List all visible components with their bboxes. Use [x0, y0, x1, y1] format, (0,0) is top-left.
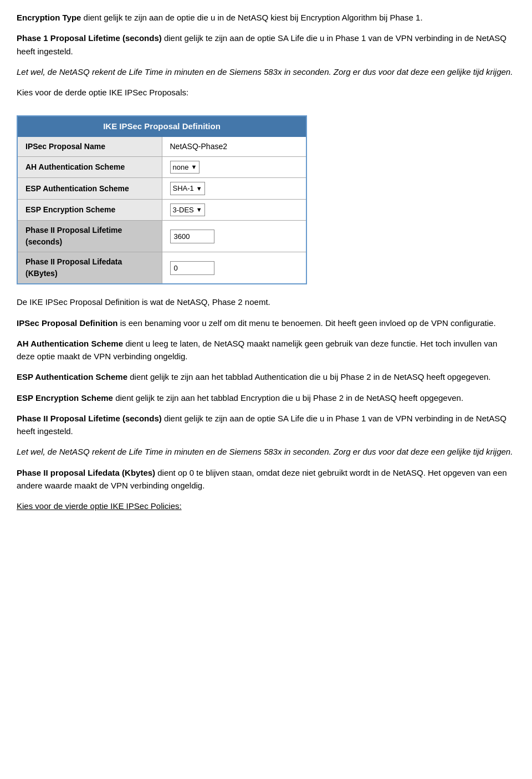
note-italic-2-text: Let wel, de NetASQ rekent de Life Time i…	[17, 447, 513, 456]
phase2-lifetime-label-text: Phase II Proposal Lifetime (seconds)	[17, 414, 162, 423]
proposal-definition-title: IKE IPSec Proposal Definition	[18, 116, 306, 137]
encryption-type-text: dient gelijk te zijn aan de optie die u …	[84, 13, 423, 22]
phase2-lifedata-value[interactable]: 0	[162, 252, 306, 284]
main-content: Encryption Type dient gelijk te zijn aan…	[17, 11, 515, 512]
ipsec-proposal-def-paragraph: IPSec Proposal Definition is een benamin…	[17, 317, 515, 329]
ah-auth-paragraph: AH Authentication Scheme dient u leeg te…	[17, 337, 515, 363]
phase2-lifetime-paragraph: Phase II Proposal Lifetime (seconds) die…	[17, 412, 515, 438]
table-row: ESP Encryption Scheme 3-DES ▼	[18, 199, 306, 221]
kies-derde-text: Kies voor de derde optie IKE IPSec Propo…	[17, 88, 188, 97]
ah-auth-label: AH Authentication Scheme	[17, 339, 123, 348]
esp-enc-label: ESP Encryption Scheme	[17, 393, 113, 403]
esp-auth-select-value: SHA-1	[173, 183, 194, 194]
ah-auth-select-value: none	[173, 162, 189, 173]
esp-enc-select[interactable]: 3-DES ▼	[170, 203, 205, 217]
dropdown-arrow-icon: ▼	[191, 162, 197, 172]
ipsec-proposal-name-value: NetASQ-Phase2	[162, 137, 306, 157]
esp-enc-scheme-label: ESP Encryption Scheme	[18, 199, 162, 221]
esp-auth-scheme-value[interactable]: SHA-1 ▼	[162, 178, 306, 200]
esp-auth-label: ESP Authentication Scheme	[17, 372, 127, 381]
table-row: ESP Authentication Scheme SHA-1 ▼	[18, 178, 306, 200]
proposal-definition-box: IKE IPSec Proposal Definition IPSec Prop…	[17, 115, 307, 284]
kies-derde-paragraph: Kies voor de derde optie IKE IPSec Propo…	[17, 86, 515, 99]
phase2-lifetime-label: Phase II Proposal Lifetime (seconds)	[18, 221, 162, 252]
esp-auth-text: dient gelijk te zijn aan het tabblad Aut…	[130, 372, 490, 381]
dropdown-arrow-icon: ▼	[196, 205, 202, 215]
ah-auth-scheme-label: AH Authentication Scheme	[18, 156, 162, 178]
esp-auth-paragraph: ESP Authentication Scheme dient gelijk t…	[17, 370, 515, 383]
table-row: IPSec Proposal Name NetASQ-Phase2	[18, 137, 306, 157]
encryption-type-paragraph: Encryption Type dient gelijk te zijn aan…	[17, 11, 515, 24]
note-italic-2-paragraph: Let wel, de NetASQ rekent de Life Time i…	[17, 445, 515, 458]
phase1-lifetime-label: Phase 1 Proposal Lifetime (seconds)	[17, 33, 162, 43]
esp-auth-select[interactable]: SHA-1 ▼	[170, 182, 205, 195]
phase1-lifetime-paragraph: Phase 1 Proposal Lifetime (seconds) dien…	[17, 32, 515, 58]
phase2-lifedata-input[interactable]: 0	[170, 261, 214, 276]
phase2-lifedata-paragraph: Phase II proposal Lifedata (Kbytes) dien…	[17, 466, 515, 492]
esp-auth-scheme-label: ESP Authentication Scheme	[18, 178, 162, 200]
encryption-type-label: Encryption Type	[17, 13, 81, 22]
esp-enc-select-value: 3-DES	[173, 205, 194, 216]
ipsec-proposal-name-label: IPSec Proposal Name	[18, 137, 162, 157]
phase2-lifedata-label: Phase II Proposal Lifedata (KBytes)	[18, 252, 162, 284]
de-ike-text: De IKE IPSec Proposal Definition is wat …	[17, 297, 270, 307]
dropdown-arrow-icon: ▼	[196, 184, 202, 194]
note-italic-paragraph: Let wel, de NetASQ rekent de Life Time i…	[17, 65, 515, 78]
phase2-lifetime-input[interactable]: 3600	[170, 230, 214, 244]
esp-enc-text: dient gelijk te zijn aan het tabblad Enc…	[115, 393, 463, 403]
proposal-definition-table: IPSec Proposal Name NetASQ-Phase2 AH Aut…	[18, 137, 306, 284]
ipsec-proposal-def-label: IPSec Proposal Definition	[17, 318, 118, 328]
table-row: Phase II Proposal Lifetime (seconds) 360…	[18, 221, 306, 252]
ipsec-proposal-def-text: is een benaming voor u zelf om dit menu …	[120, 318, 496, 328]
de-ike-paragraph: De IKE IPSec Proposal Definition is wat …	[17, 296, 515, 308]
esp-enc-scheme-value[interactable]: 3-DES ▼	[162, 199, 306, 221]
esp-enc-paragraph: ESP Encryption Scheme dient gelijk te zi…	[17, 391, 515, 404]
ah-auth-select[interactable]: none ▼	[170, 161, 200, 174]
table-row: Phase II Proposal Lifedata (KBytes) 0	[18, 252, 306, 284]
kies-vierde-paragraph: Kies voor de vierde optie IKE IPSec Poli…	[17, 500, 515, 512]
note-italic-text: Let wel, de NetASQ rekent de Life Time i…	[17, 67, 513, 77]
phase2-lifedata-label-text: Phase II proposal Lifedata (Kbytes)	[17, 468, 155, 477]
ah-auth-scheme-value[interactable]: none ▼	[162, 156, 306, 178]
kies-vierde-text: Kies voor de vierde optie IKE IPSec Poli…	[17, 501, 182, 511]
phase2-lifetime-value[interactable]: 3600	[162, 221, 306, 252]
table-row: AH Authentication Scheme none ▼	[18, 156, 306, 178]
